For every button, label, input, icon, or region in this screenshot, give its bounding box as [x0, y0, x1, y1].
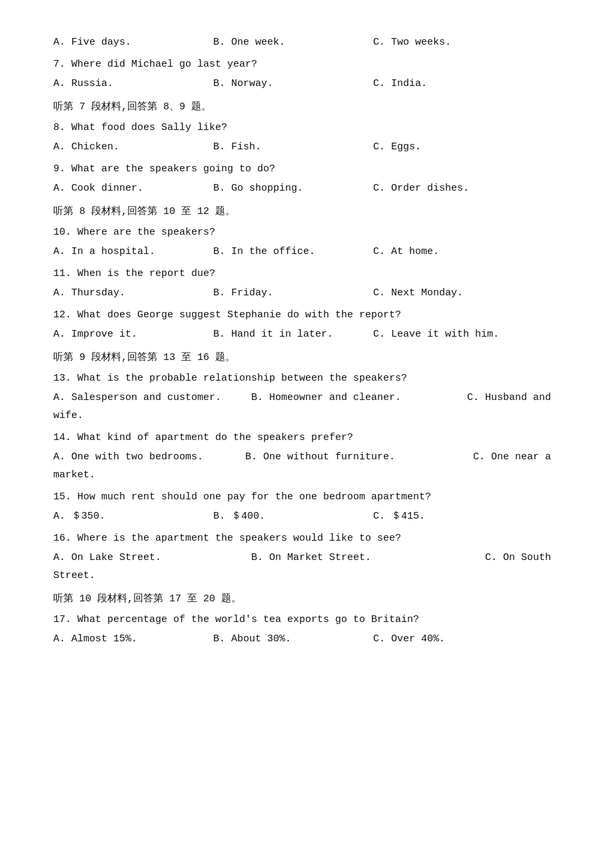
q12-option-b: B. Hand it in later. — [213, 325, 373, 343]
q11-option-c: C. Next Monday. — [373, 284, 533, 302]
q9-option-c: C. Order dishes. — [373, 179, 533, 197]
q12-option-a: A. Improve it. — [53, 325, 213, 343]
q9-option-a: A. Cook dinner. — [53, 179, 213, 197]
exam-content: A. Five days. B. One week. C. Two weeks.… — [53, 33, 560, 648]
q13-text: 13. What is the probable relationship be… — [53, 369, 560, 387]
q9-option-b: B. Go shopping. — [213, 179, 373, 197]
q10-option-a: A. In a hospital. — [53, 243, 213, 261]
q7-option-b: B. Norway. — [213, 75, 373, 93]
q17-option-b: B. About 30%. — [213, 630, 373, 648]
q7-text: 7. Where did Michael go last year? — [53, 55, 560, 73]
section-9-header: 听第 9 段材料,回答第 13 至 16 题。 — [53, 349, 560, 367]
q16-options-line2: Street. — [53, 567, 560, 585]
q14-options-line1: A. One with two bedrooms. B. One without… — [53, 448, 560, 466]
q12-options-row: A. Improve it. B. Hand it in later. C. L… — [53, 325, 560, 343]
q12-text: 12. What does George suggest Stephanie d… — [53, 306, 560, 324]
q15-text: 15. How much rent should one pay for the… — [53, 488, 560, 506]
q8-option-b: B. Fish. — [213, 138, 373, 156]
q6-option-c: C. Two weeks. — [373, 33, 533, 51]
q17-option-a: A. Almost 15%. — [53, 630, 213, 648]
q17-options-row: A. Almost 15%. B. About 30%. C. Over 40%… — [53, 630, 560, 648]
q10-text: 10. Where are the speakers? — [53, 223, 560, 241]
q17-text: 17. What percentage of the world's tea e… — [53, 611, 560, 629]
q8-text: 8. What food does Sally like? — [53, 119, 560, 137]
q9-text: 9. What are the speakers going to do? — [53, 160, 560, 178]
q16-options: A. On Lake Street. B. On Market Street. … — [53, 549, 560, 585]
q13-options-line2: wife. — [53, 407, 560, 425]
q7-option-a: A. Russia. — [53, 75, 213, 93]
q13-options-line1: A. Salesperson and customer. B. Homeowne… — [53, 389, 560, 407]
q14-text: 14. What kind of apartment do the speake… — [53, 429, 560, 447]
q15-option-c: C. ＄415. — [373, 507, 533, 525]
q7-option-c: C. India. — [373, 75, 533, 93]
section-10-header: 听第 10 段材料,回答第 17 至 20 题。 — [53, 590, 560, 608]
q17-option-c: C. Over 40%. — [373, 630, 533, 648]
q9-options-row: A. Cook dinner. B. Go shopping. C. Order… — [53, 179, 560, 197]
q14-options-line2: market. — [53, 466, 560, 484]
q8-option-a: A. Chicken. — [53, 138, 213, 156]
q8-options-row: A. Chicken. B. Fish. C. Eggs. — [53, 138, 560, 156]
q16-options-line1: A. On Lake Street. B. On Market Street. … — [53, 549, 560, 567]
q15-option-b: B. ＄400. — [213, 507, 373, 525]
q16-text: 16. Where is the apartment the speakers … — [53, 529, 560, 547]
q11-option-a: A. Thursday. — [53, 284, 213, 302]
q6-options-row: A. Five days. B. One week. C. Two weeks. — [53, 33, 560, 51]
q10-options-row: A. In a hospital. B. In the office. C. A… — [53, 243, 560, 261]
q11-option-b: B. Friday. — [213, 284, 373, 302]
q6-option-a: A. Five days. — [53, 33, 213, 51]
q10-option-b: B. In the office. — [213, 243, 373, 261]
q6-option-b: B. One week. — [213, 33, 373, 51]
section-8-header: 听第 8 段材料,回答第 10 至 12 题。 — [53, 203, 560, 221]
q10-option-c: C. At home. — [373, 243, 533, 261]
q15-option-a: A. ＄350. — [53, 507, 213, 525]
q14-options: A. One with two bedrooms. B. One without… — [53, 448, 560, 484]
q15-options-row: A. ＄350. B. ＄400. C. ＄415. — [53, 507, 560, 525]
q11-text: 11. When is the report due? — [53, 265, 560, 283]
section-7-header: 听第 7 段材料,回答第 8、9 题。 — [53, 98, 560, 116]
q7-options-row: A. Russia. B. Norway. C. India. — [53, 75, 560, 93]
q12-option-c: C. Leave it with him. — [373, 325, 533, 343]
q11-options-row: A. Thursday. B. Friday. C. Next Monday. — [53, 284, 560, 302]
q13-options: A. Salesperson and customer. B. Homeowne… — [53, 389, 560, 425]
q8-option-c: C. Eggs. — [373, 138, 533, 156]
